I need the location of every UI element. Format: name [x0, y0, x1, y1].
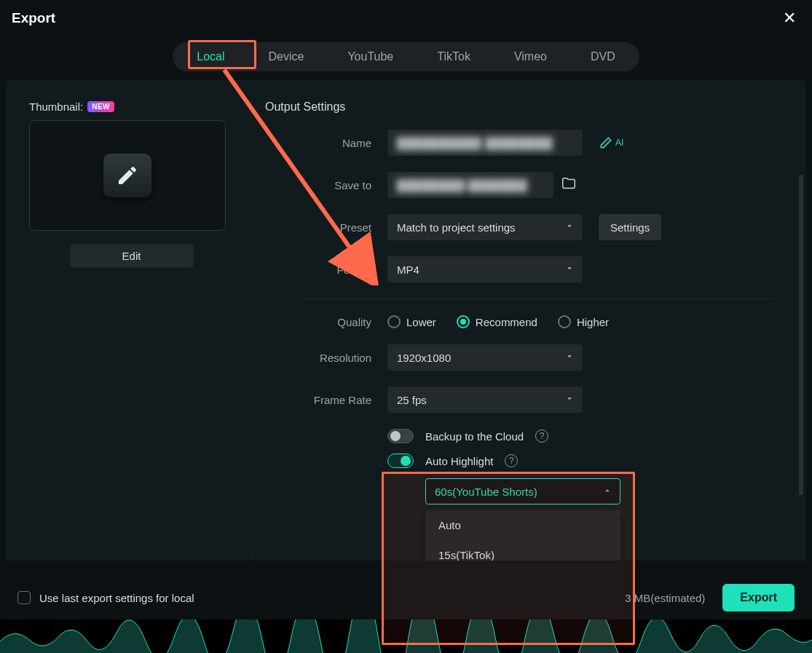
format-select[interactable]: MP4 — [387, 256, 583, 282]
edit-thumbnail-button[interactable]: Edit — [70, 244, 194, 267]
output-settings-title: Output Settings — [265, 100, 774, 114]
framerate-label: Frame Rate — [264, 394, 387, 406]
close-button[interactable]: ✕ — [779, 7, 800, 29]
name-row: Name ██████████ ████████ AI — [264, 130, 774, 156]
pencil-ai-icon — [599, 135, 613, 150]
pencil-icon — [116, 164, 139, 187]
tab-tiktok[interactable]: TikTok — [415, 44, 492, 69]
quality-recommend-radio[interactable]: Recommend — [457, 315, 537, 328]
auto-highlight-label: Auto Highlight — [425, 455, 493, 467]
dd-option-auto[interactable]: Auto — [425, 510, 620, 540]
tab-vimeo[interactable]: Vimeo — [492, 44, 569, 69]
preset-row: Preset Match to project settings Setting… — [264, 214, 774, 240]
auto-highlight-dropdown: Auto 15s(TikTok) 60s(YouTube Shorts) — [425, 510, 620, 561]
name-input[interactable]: ██████████ ████████ — [387, 130, 583, 156]
thumbnail-label-row: Thumbnail: NEW — [29, 100, 234, 113]
format-row: Format MP4 — [264, 256, 774, 282]
ai-name-button[interactable]: AI — [599, 135, 623, 150]
browse-folder-button[interactable] — [561, 175, 577, 194]
resolution-row: Resolution 1920x1080 — [264, 344, 774, 371]
window-title: Export — [12, 10, 55, 26]
resolution-select[interactable]: 1920x1080 — [387, 344, 583, 371]
thumbnail-preview[interactable] — [29, 120, 226, 231]
auto-highlight-toggle[interactable] — [387, 454, 414, 468]
quality-higher-radio[interactable]: Higher — [558, 315, 609, 328]
dialog-footer: Use last export settings for local 3 MB(… — [0, 576, 812, 620]
thumbnail-placeholder — [103, 154, 151, 197]
thumbnail-panel: Thumbnail: NEW Edit — [12, 80, 252, 561]
panel-scrollbar[interactable] — [799, 175, 803, 495]
new-badge: NEW — [87, 101, 114, 112]
tabs-container: Local Device YouTube TikTok Vimeo DVD — [0, 42, 812, 71]
size-estimate: 3 MB(estimated) — [625, 592, 705, 604]
name-label: Name — [264, 137, 387, 149]
format-label: Format — [264, 264, 387, 276]
export-tabs: Local Device YouTube TikTok Vimeo DVD — [173, 42, 639, 71]
use-last-settings-row: Use last export settings for local — [17, 591, 194, 604]
tab-device[interactable]: Device — [246, 44, 326, 69]
save-to-label: Save to — [264, 179, 387, 191]
export-dialog: Export ✕ Local Device YouTube TikTok Vim… — [0, 0, 812, 653]
tab-youtube[interactable]: YouTube — [326, 44, 415, 69]
quality-lower-radio[interactable]: Lower — [387, 315, 436, 328]
export-button[interactable]: Export — [722, 584, 795, 612]
preset-label: Preset — [264, 221, 387, 234]
dialog-body: Thumbnail: NEW Edit Output Settings Name… — [6, 80, 806, 561]
chevron-down-icon — [564, 352, 575, 364]
save-to-row: Save to ████████/███████ — [264, 172, 774, 198]
tab-dvd[interactable]: DVD — [569, 44, 637, 69]
framerate-row: Frame Rate 25 fps — [264, 387, 774, 413]
auto-highlight-row: Auto Highlight ? — [387, 454, 774, 468]
preset-settings-button[interactable]: Settings — [599, 214, 661, 240]
resolution-label: Resolution — [264, 352, 387, 364]
output-settings-panel: Output Settings Name ██████████ ████████… — [252, 80, 800, 561]
chevron-down-icon — [564, 394, 575, 406]
save-to-input[interactable]: ████████/███████ — [387, 172, 553, 198]
use-last-settings-checkbox[interactable] — [17, 591, 31, 604]
tab-local[interactable]: Local — [175, 44, 246, 69]
folder-icon — [561, 175, 577, 191]
auto-highlight-picker: 60s(YouTube Shorts) Auto 15s(TikTok) 60s… — [387, 478, 774, 561]
auto-highlight-select[interactable]: 60s(YouTube Shorts) — [425, 478, 620, 504]
use-last-settings-label: Use last export settings for local — [39, 592, 194, 604]
quality-row: Quality Lower Recommend Higher — [264, 315, 774, 328]
waveform-icon — [0, 620, 812, 653]
preset-select[interactable]: Match to project settings — [387, 214, 583, 240]
thumbnail-label: Thumbnail: — [29, 100, 83, 113]
cloud-help-icon[interactable]: ? — [535, 430, 548, 443]
title-bar: Export ✕ — [0, 0, 812, 32]
chevron-down-icon — [564, 264, 575, 276]
divider — [300, 298, 774, 299]
framerate-select[interactable]: 25 fps — [387, 387, 583, 413]
auto-highlight-help-icon[interactable]: ? — [505, 454, 518, 467]
quality-radios: Lower Recommend Higher — [387, 315, 609, 328]
chevron-up-icon — [602, 486, 612, 498]
timeline-waveform — [0, 620, 812, 653]
dd-option-15s[interactable]: 15s(TikTok) — [425, 540, 620, 561]
cloud-backup-row: Backup to the Cloud ? — [387, 429, 774, 443]
cloud-backup-label: Backup to the Cloud — [425, 430, 524, 443]
chevron-down-icon — [564, 221, 575, 234]
cloud-backup-toggle[interactable] — [387, 429, 414, 443]
quality-label: Quality — [264, 316, 387, 328]
